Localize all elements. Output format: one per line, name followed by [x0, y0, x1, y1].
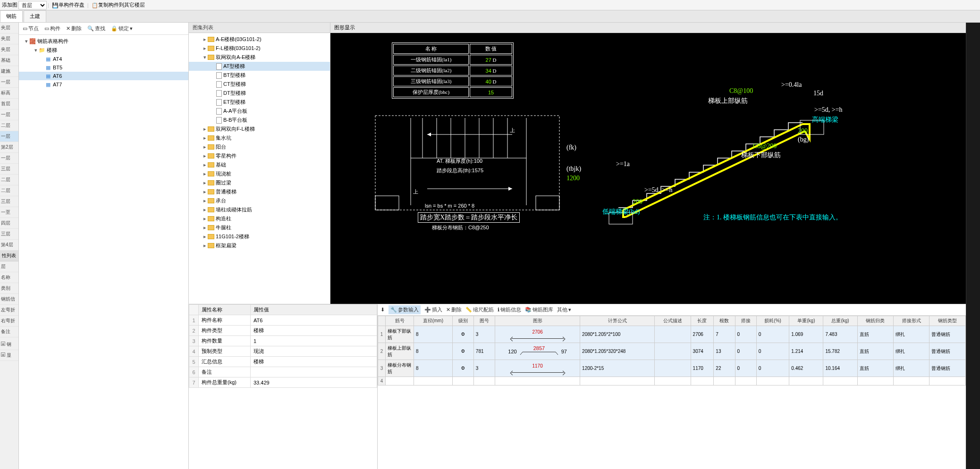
rebar-column-header[interactable]: 搭接 [735, 316, 756, 326]
atlas-node[interactable]: AT型楼梯 [189, 62, 330, 71]
copy-to-floor-button[interactable]: 📋复制构件到其它楼层 [90, 0, 147, 9]
floor-item[interactable]: 三层 [0, 229, 18, 240]
floor-item[interactable]: 一层 [0, 77, 18, 88]
floor-item[interactable]: 二层 [0, 175, 18, 185]
tree-btn-component[interactable]: ▭构件 [42, 24, 62, 33]
tab-rebar[interactable]: 钢筋 [0, 10, 23, 22]
rebar-row[interactable]: 2梯板上部纵筋8Φ7811202857972080*1.205*320*2483… [378, 343, 966, 360]
box-item[interactable]: + 钢 [0, 339, 18, 350]
prop-item[interactable]: 层 [0, 261, 18, 272]
prop-item[interactable]: 名称 [0, 272, 18, 283]
rebar-column-header[interactable]: 钢筋归类 [857, 316, 893, 326]
rebar-btn-delete[interactable]: ✕删除 [446, 306, 462, 313]
rebar-btn-down[interactable]: ⬇ [380, 307, 385, 313]
rebar-btn-scale[interactable]: 📏缩尺配筋 [465, 306, 494, 313]
rebar-column-header[interactable]: 计算公式 [580, 316, 655, 326]
atlas-node[interactable]: ▸基础 [189, 160, 330, 169]
floor-item[interactable]: 基础 [0, 55, 18, 66]
property-row[interactable]: 4预制类型现浇 [189, 346, 377, 357]
rebar-column-header[interactable]: 图号 [473, 316, 495, 326]
rebar-column-header[interactable]: 搭接形式 [894, 316, 929, 326]
rebar-btn-other[interactable]: 其他▾ [557, 306, 571, 313]
floor-item[interactable]: 夹层 [0, 44, 18, 55]
atlas-node[interactable]: ▸普通楼梯 [189, 187, 330, 196]
atlas-node[interactable]: ▸牛腿柱 [189, 223, 330, 232]
floor-item[interactable]: 首层 [0, 99, 18, 109]
rebar-btn-info[interactable]: ℹ钢筋信息 [498, 306, 521, 313]
property-row[interactable]: 5汇总信息楼梯 [189, 357, 377, 367]
property-row[interactable]: 2构件类型楼梯 [189, 326, 377, 336]
floor-item[interactable]: 三层 [0, 164, 18, 175]
rebar-column-header[interactable]: 长度 [691, 316, 714, 326]
atlas-node[interactable]: ▸集水坑 [189, 134, 330, 142]
atlas-node[interactable]: ▸阳台 [189, 142, 330, 151]
prop-item[interactable]: 钢筋信 [0, 294, 18, 305]
rebar-column-header[interactable]: 公式描述 [655, 316, 691, 326]
rebar-column-header[interactable]: 总重(kg) [823, 316, 857, 326]
property-row[interactable]: 3构件数量1 [189, 336, 377, 346]
rebar-column-header[interactable]: 图形 [495, 316, 580, 326]
tab-civil[interactable]: 土建 [24, 10, 46, 22]
atlas-node[interactable]: ▸墙柱或砌体拉筋 [189, 205, 330, 214]
tree-btn-lock[interactable]: 🔒锁定▾ [109, 24, 135, 33]
tree-stair[interactable]: ▾📁楼梯 [19, 46, 188, 55]
atlas-node[interactable]: ▸零星构件 [189, 151, 330, 160]
floor-item[interactable]: 一层 [0, 131, 18, 142]
rebar-row[interactable]: 1梯板下部纵筋8Φ327062080*1.205*2*10027067001.0… [378, 326, 966, 343]
tree-btn-delete[interactable]: ✕删除 [64, 24, 84, 33]
rebar-column-header[interactable]: 单重(kg) [789, 316, 823, 326]
prop-item[interactable]: 右弯折 [0, 316, 18, 327]
floor-item[interactable]: 一层 [0, 153, 18, 164]
atlas-node[interactable]: ▸F-L楼梯(03G101-2) [189, 44, 330, 53]
floor-item[interactable]: 夹层 [0, 34, 18, 44]
tree-item[interactable]: ▦BT5 [19, 63, 188, 72]
floor-item[interactable]: 四层 [0, 218, 18, 229]
floor-item[interactable]: 一层 [0, 109, 18, 120]
atlas-node[interactable]: ▸现浇桩 [189, 169, 330, 178]
floor-item[interactable]: 夹层 [0, 23, 18, 34]
tree-btn-node[interactable]: ▭节点 [21, 24, 41, 33]
floor-item[interactable]: 二层 [0, 185, 18, 196]
atlas-node[interactable]: BT型楼梯 [189, 71, 330, 80]
floor-select[interactable]: 首层 [18, 1, 47, 9]
atlas-node[interactable]: DT型楼梯 [189, 89, 330, 98]
atlas-node[interactable]: ▸11G101-2楼梯 [189, 232, 330, 241]
rebar-column-header[interactable]: 级别 [452, 316, 473, 326]
property-row[interactable]: 6备注 [189, 367, 377, 377]
atlas-node[interactable]: A-A平台板 [189, 107, 330, 116]
single-save-button[interactable]: 💾单构件存盘 [50, 0, 86, 9]
atlas-node[interactable]: CT型楼梯 [189, 80, 330, 89]
prop-item[interactable]: 左弯折 [0, 305, 18, 316]
tree-item[interactable]: ▦AT7 [19, 80, 188, 89]
atlas-node[interactable]: ▸构造柱 [189, 214, 330, 223]
atlas-node[interactable]: ▾双网双向A-E楼梯 [189, 53, 330, 62]
floor-item[interactable]: 三层 [0, 196, 18, 207]
box-item[interactable]: + 显 [0, 350, 18, 361]
atlas-node[interactable]: ▸承台 [189, 196, 330, 205]
tree-btn-find[interactable]: 🔍查找 [85, 24, 107, 33]
atlas-node[interactable]: ▸圈过梁 [189, 178, 330, 187]
drawing-canvas[interactable]: 名 称数 值 一级钢筋锚固(la1)27 D二级钢筋锚固(la2)34 D三级钢… [330, 33, 966, 304]
rebar-column-header[interactable]: 筋号 [386, 316, 414, 326]
rebar-column-header[interactable]: 根数 [714, 316, 735, 326]
tree-item[interactable]: ▦AT4 [19, 55, 188, 63]
rebar-row[interactable]: 3梯板分布钢筋8Φ311701200-2*15117022000.46210.1… [378, 360, 966, 377]
rebar-btn-lib[interactable]: 📚钢筋图库 [525, 306, 553, 313]
floor-item[interactable]: 第2层 [0, 142, 18, 153]
floor-item[interactable]: 第4层 [0, 240, 18, 251]
rebar-btn-insert[interactable]: ➕插入 [424, 306, 442, 313]
atlas-node[interactable]: ET型楼梯 [189, 98, 330, 107]
rebar-column-header[interactable]: 直径(mm) [414, 316, 453, 326]
rebar-column-header[interactable]: 损耗(%) [756, 316, 789, 326]
rebar-btn-param[interactable]: 🔧参数输入 [389, 305, 421, 314]
property-row[interactable]: 7构件总重量(kg)33.429 [189, 377, 377, 388]
floor-item[interactable]: 标高 [0, 88, 18, 99]
atlas-node[interactable]: ▸双网双向F-L楼梯 [189, 125, 330, 134]
atlas-node[interactable]: ▸A-E楼梯(03G101-2) [189, 35, 330, 44]
prop-item[interactable]: 备注 [0, 327, 18, 337]
tree-root[interactable]: ▾🧱钢筋表格构件 [19, 37, 188, 46]
floor-item[interactable]: 建施 [0, 66, 18, 77]
tree-item[interactable]: ▦AT6 [19, 72, 188, 80]
atlas-node[interactable]: ▸框架扁梁 [189, 241, 330, 250]
property-row[interactable]: 1构件名称AT6 [189, 315, 377, 326]
